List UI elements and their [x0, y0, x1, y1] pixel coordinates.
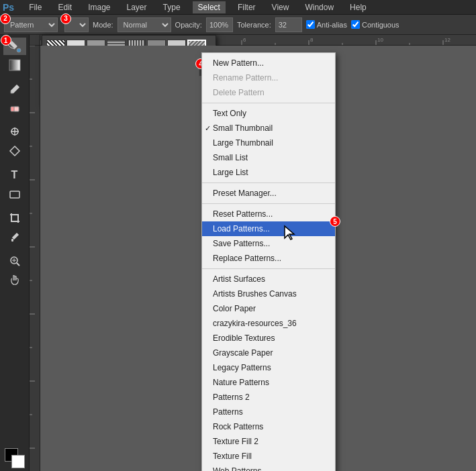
menu-file[interactable]: File	[25, 1, 46, 13]
artists-brushes-canvas-item[interactable]: Artists Brushes Canvas	[202, 286, 335, 301]
svg-line-42	[17, 263, 19, 266]
opacity-input[interactable]	[206, 17, 233, 32]
opacity-label: Opacity:	[175, 21, 202, 29]
menu-type[interactable]: Type	[159, 1, 185, 13]
small-thumbnail-item[interactable]: Small Thumbnail	[202, 121, 335, 136]
svg-text:8: 8	[310, 37, 314, 43]
left-toolbar: 1 T	[0, 35, 30, 471]
save-patterns-item[interactable]: Save Patterns...	[202, 236, 335, 251]
rename-pattern-item: Rename Pattern...	[202, 70, 335, 85]
anti-alias-label[interactable]: Anti-alias	[306, 20, 347, 29]
crop-tool[interactable]	[3, 209, 26, 227]
preset-manager-item[interactable]: Preset Manager...	[202, 186, 335, 201]
texture-fill-item[interactable]: Texture Fill	[202, 449, 335, 464]
ruler-corner	[30, 35, 40, 46]
hand-tool[interactable]	[3, 271, 26, 289]
menu-section-manage: Reset Patterns... 5 Load Patterns... Sav…	[202, 204, 335, 269]
tolerance-input[interactable]	[275, 17, 302, 32]
gradient-tool[interactable]	[3, 56, 26, 74]
anti-alias-checkbox[interactable]	[306, 20, 315, 29]
artist-surfaces-item[interactable]: Artist Surfaces	[202, 272, 335, 286]
svg-rect-40	[11, 239, 13, 242]
color-paper-item[interactable]: Color Paper	[202, 301, 335, 316]
ps-logo: Ps	[3, 2, 14, 13]
svg-rect-35	[14, 107, 19, 111]
small-list-item[interactable]: Small List	[202, 150, 335, 165]
web-patterns-item[interactable]: Web Patterns	[202, 464, 335, 471]
badge-3: 3	[60, 13, 71, 24]
svg-rect-33	[9, 60, 20, 70]
patterns-2-item[interactable]: Patterns 2	[202, 390, 335, 405]
eraser-tool[interactable]	[3, 99, 26, 117]
menu-section-presets: Preset Manager...	[202, 183, 335, 204]
badge-1: 1	[1, 35, 11, 46]
svg-point-32	[17, 48, 21, 52]
legacy-patterns-item[interactable]: Legacy Patterns	[202, 360, 335, 375]
eyedropper-tool[interactable]	[3, 228, 26, 246]
menu-section-library: Artist Surfaces Artists Brushes Canvas C…	[202, 269, 335, 471]
shape-tool[interactable]	[3, 185, 26, 203]
menu-select[interactable]: Select	[193, 1, 226, 13]
mode-select[interactable]: Normal	[117, 17, 171, 32]
load-patterns-item[interactable]: 5 Load Patterns...	[202, 221, 335, 236]
pattern-dropdown-menu: New Pattern... Rename Pattern... Delete …	[201, 52, 336, 471]
ruler-vertical	[30, 46, 40, 471]
menu-help[interactable]: Help	[346, 1, 371, 13]
menu-filter[interactable]: Filter	[234, 1, 260, 13]
new-pattern-item[interactable]: New Pattern...	[202, 56, 335, 70]
erodible-textures-item[interactable]: Erodible Textures	[202, 331, 335, 346]
background-color[interactable]	[11, 455, 25, 468]
paint-bucket-tool[interactable]: 1	[3, 38, 26, 55]
rock-patterns-item[interactable]: Rock Patterns	[202, 419, 335, 434]
menu-bar: Ps File Edit Image Layer Type Select Fil…	[0, 0, 476, 15]
crazykira-item[interactable]: crazykira-resources_36	[202, 316, 335, 331]
clone-tool[interactable]	[3, 123, 26, 141]
heal-tool[interactable]	[3, 142, 26, 160]
menu-edit[interactable]: Edit	[54, 1, 76, 13]
text-only-item[interactable]: Text Only	[202, 106, 335, 121]
menu-layer[interactable]: Layer	[123, 1, 151, 13]
contiguous-checkbox[interactable]	[351, 20, 360, 29]
pattern-select[interactable]: Pattern	[4, 17, 58, 32]
reset-patterns-item[interactable]: Reset Patterns...	[202, 207, 335, 221]
zoom-tool[interactable]	[3, 252, 26, 270]
menu-window[interactable]: Window	[301, 1, 338, 13]
delete-pattern-item: Delete Pattern	[202, 85, 335, 100]
svg-text:12: 12	[444, 37, 450, 43]
tolerance-label: Tolerance:	[237, 21, 271, 29]
badge-2: 2	[0, 13, 11, 24]
svg-text:6: 6	[243, 37, 246, 43]
menu-section-view: Text Only Small Thumbnail Large Thumbnai…	[202, 103, 335, 183]
brush-tool[interactable]	[3, 81, 26, 98]
texture-fill-2-item[interactable]: Texture Fill 2	[202, 434, 335, 449]
contiguous-label[interactable]: Contiguous	[351, 20, 399, 29]
menu-view[interactable]: View	[268, 1, 293, 13]
svg-text:10: 10	[377, 37, 383, 43]
menu-image[interactable]: Image	[84, 1, 114, 13]
type-tool[interactable]: T	[3, 166, 26, 184]
badge-5: 5	[330, 216, 340, 227]
large-list-item[interactable]: Large List	[202, 165, 335, 180]
options-bar: 2 Pattern 3 Mode: Normal Opacity: Tolera…	[0, 15, 476, 35]
replace-patterns-item[interactable]: Replace Patterns...	[202, 251, 335, 266]
menu-section-patterns: New Pattern... Rename Pattern... Delete …	[202, 53, 335, 103]
large-thumbnail-item[interactable]: Large Thumbnail	[202, 136, 335, 150]
grayscale-paper-item[interactable]: Grayscale Paper	[202, 346, 335, 360]
patterns-item[interactable]: Patterns	[202, 405, 335, 419]
nature-patterns-item[interactable]: Nature Patterns	[202, 375, 335, 390]
mode-label: Mode:	[93, 21, 113, 29]
svg-rect-39	[10, 191, 19, 198]
